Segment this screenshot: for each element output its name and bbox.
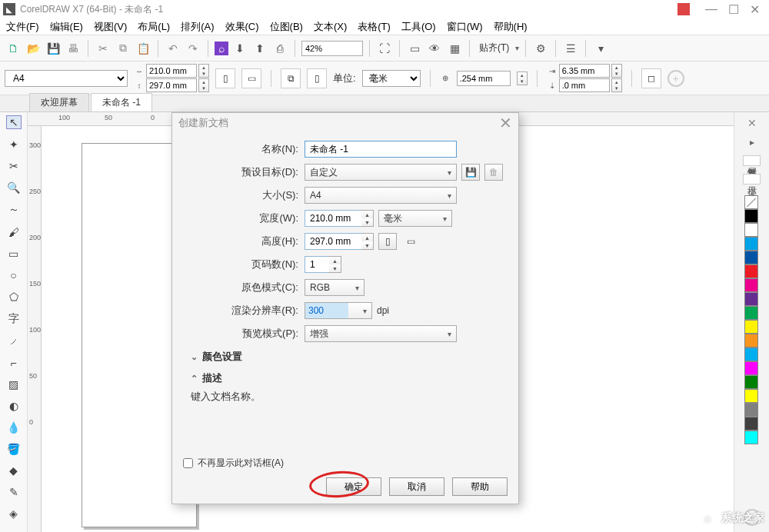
color-swatch[interactable]	[744, 237, 758, 251]
page-width-input[interactable]	[146, 64, 197, 78]
paste-icon[interactable]: 📋	[135, 40, 151, 57]
color-swatch[interactable]	[744, 361, 758, 375]
color-swatch[interactable]	[744, 320, 758, 334]
dont-show-checkbox-input[interactable]	[183, 458, 193, 468]
page-size-select[interactable]: A4	[5, 70, 128, 87]
dup-y-spinner[interactable]: ▲▼	[611, 78, 622, 92]
all-pages-button[interactable]: ⧉	[281, 68, 301, 88]
publish-pdf-icon[interactable]: ⎙	[271, 40, 288, 57]
color-swatch[interactable]	[744, 278, 758, 292]
polygon-tool-icon[interactable]: ⬠	[6, 291, 22, 303]
width-input[interactable]	[305, 210, 361, 227]
menu-bitmap[interactable]: 位图(B)	[270, 20, 303, 34]
color-swatch[interactable]	[744, 251, 758, 264]
help-button[interactable]: 帮助	[452, 477, 508, 496]
maximize-button[interactable]: ☐	[728, 2, 739, 17]
crop-tool-icon[interactable]: ✂	[6, 160, 22, 172]
color-swatch[interactable]	[744, 264, 758, 278]
show-guides-icon[interactable]: ▦	[446, 40, 463, 57]
color-settings-section[interactable]: ⌄ 颜色设置	[191, 350, 504, 364]
dont-show-again-checkbox[interactable]: 不再显示此对话框(A)	[183, 457, 508, 470]
close-button[interactable]: ✕	[750, 2, 760, 17]
preset-select[interactable]: 自定义▾	[305, 164, 457, 181]
nudge-input[interactable]	[457, 71, 511, 86]
height-spinner[interactable]: ▲▼	[361, 233, 374, 250]
layout-toggle-icon[interactable]: ▾	[592, 40, 609, 57]
color-eyedropper-icon[interactable]: 💧	[6, 421, 22, 434]
save-preset-button[interactable]: 💾	[461, 164, 480, 181]
menu-text[interactable]: 文本(X)	[314, 20, 347, 34]
unit-select[interactable]: 毫米	[362, 70, 421, 87]
add-preset-button[interactable]: +	[667, 70, 684, 87]
new-icon[interactable]: 🗋	[5, 40, 22, 57]
show-grid-icon[interactable]: 👁	[426, 40, 443, 57]
width-unit-select[interactable]: 毫米▾	[378, 210, 452, 227]
menu-arrange[interactable]: 排列(A)	[181, 20, 214, 34]
treat-as-filled-button[interactable]: ◻	[641, 68, 661, 88]
resolution-select[interactable]: ▾	[305, 302, 372, 319]
export-icon[interactable]: ⬆	[251, 40, 268, 57]
ellipse-tool-icon[interactable]: ○	[6, 269, 22, 281]
size-select[interactable]: A4▾	[305, 187, 457, 204]
pick-tool-icon[interactable]: ↖	[6, 115, 22, 129]
pages-input[interactable]	[305, 256, 329, 273]
fullscreen-icon[interactable]: ⛶	[376, 40, 393, 57]
color-swatch[interactable]	[744, 209, 758, 223]
snap-label[interactable]: 贴齐(T)	[476, 42, 512, 55]
portrait-orientation-button[interactable]: ▯	[378, 233, 397, 250]
landscape-orientation-button[interactable]: ▭	[401, 233, 420, 250]
name-input[interactable]	[305, 141, 457, 158]
drop-shadow-icon[interactable]: ▨	[6, 378, 22, 391]
dup-y-input[interactable]	[559, 78, 610, 92]
text-tool-icon[interactable]: 字	[6, 312, 22, 326]
dup-x-spinner[interactable]: ▲▼	[611, 64, 622, 78]
color-swatch[interactable]	[744, 403, 758, 417]
menu-effects[interactable]: 效果(C)	[225, 20, 259, 34]
import-icon[interactable]: ⬇	[231, 40, 248, 57]
color-swatch[interactable]	[744, 389, 758, 403]
parallel-dim-icon[interactable]: ⟋	[6, 335, 22, 347]
height-input[interactable]	[305, 233, 361, 250]
menu-tools[interactable]: 工具(O)	[401, 20, 436, 34]
menu-file[interactable]: 文件(F)	[6, 20, 39, 34]
ok-button[interactable]: 确定	[326, 477, 381, 496]
color-swatch[interactable]	[744, 334, 758, 347]
options-icon[interactable]: ⚙	[532, 40, 549, 57]
color-swatch[interactable]	[744, 417, 758, 431]
color-swatch[interactable]	[744, 223, 758, 237]
dup-x-input[interactable]	[559, 64, 610, 78]
tab-welcome[interactable]: 欢迎屏幕	[29, 93, 89, 111]
resolution-input[interactable]	[305, 303, 348, 318]
zoom-tool-icon[interactable]: 🔍	[6, 181, 22, 194]
menu-edit[interactable]: 编辑(E)	[50, 20, 83, 34]
search-content-icon[interactable]: ⌕	[215, 42, 228, 55]
freehand-tool-icon[interactable]: ～	[6, 203, 22, 217]
page-height-input[interactable]	[146, 78, 197, 92]
copy-icon[interactable]: ⧉	[115, 40, 131, 57]
show-rulers-icon[interactable]: ▭	[406, 40, 423, 57]
height-spinner[interactable]: ▲▼	[198, 78, 209, 92]
smart-fill-icon[interactable]: ◆	[6, 464, 22, 477]
save-icon[interactable]: 💾	[45, 40, 62, 57]
cut-icon[interactable]: ✂	[95, 40, 112, 57]
color-swatch[interactable]	[744, 347, 758, 361]
color-swatch[interactable]	[744, 306, 758, 320]
undo-icon[interactable]: ↶	[165, 40, 181, 57]
dialog-close-button[interactable]: ✕	[499, 114, 512, 132]
preview-select[interactable]: 增强▾	[305, 325, 457, 342]
tab-doc1[interactable]: 未命名 -1	[91, 93, 152, 111]
docker-expand-icon[interactable]: ▸	[750, 137, 754, 148]
connector-tool-icon[interactable]: ⌐	[6, 357, 22, 369]
snap-dropdown-icon[interactable]: ▾	[515, 44, 519, 52]
no-color-swatch[interactable]	[744, 195, 758, 209]
hints-tab[interactable]: 提示	[743, 174, 761, 185]
width-spinner[interactable]: ▲▼	[198, 64, 209, 78]
color-swatch[interactable]	[744, 431, 758, 444]
transparency-tool-icon[interactable]: ◐	[6, 400, 22, 412]
pages-spinner[interactable]: ▲▼	[329, 256, 341, 273]
artistic-media-icon[interactable]: 🖌	[6, 226, 22, 238]
color-swatch[interactable]	[744, 375, 758, 389]
zoom-level-select[interactable]	[301, 41, 363, 56]
menu-help[interactable]: 帮助(H)	[494, 20, 528, 34]
shape-tool-icon[interactable]: ✦	[6, 138, 22, 151]
